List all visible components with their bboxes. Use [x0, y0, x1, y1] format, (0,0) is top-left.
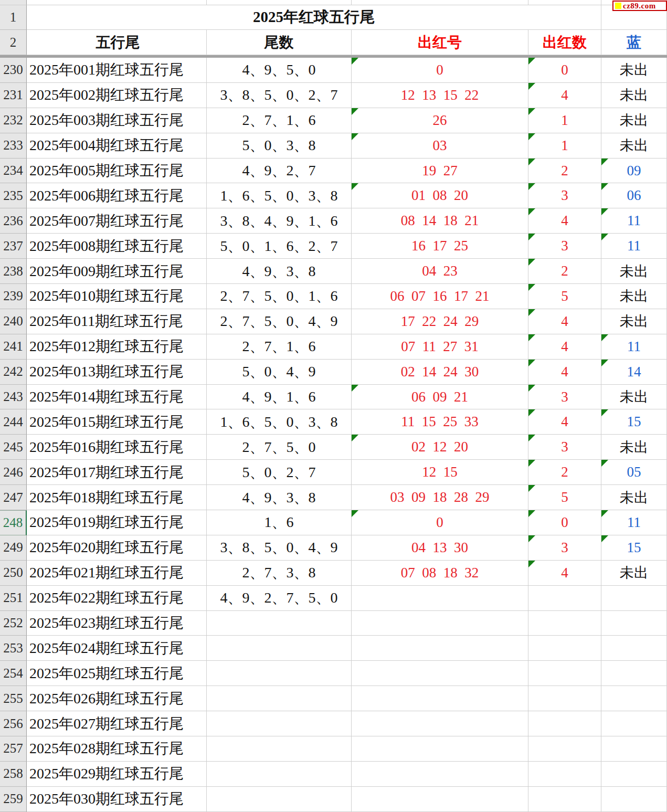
red-numbers-cell[interactable]: [352, 611, 528, 636]
tails-cell[interactable]: 4、9、5、0: [207, 58, 352, 83]
blue-cell[interactable]: [601, 661, 667, 686]
tails-cell[interactable]: 5、0、1、6、2、7: [207, 234, 352, 259]
tails-cell[interactable]: 1、6: [207, 510, 352, 535]
blue-cell[interactable]: 06: [601, 183, 667, 208]
blue-cell[interactable]: 未出: [601, 435, 667, 460]
blue-cell[interactable]: 15: [601, 409, 667, 435]
column-header-chuhongshu[interactable]: 出红数: [528, 30, 601, 55]
blue-cell[interactable]: [601, 736, 667, 762]
period-cell[interactable]: 2025年002期红球五行尾: [27, 83, 207, 108]
period-cell[interactable]: 2025年005期红球五行尾: [27, 159, 207, 184]
blue-cell[interactable]: 11: [601, 510, 667, 535]
red-count-cell[interactable]: 5: [528, 284, 601, 309]
row-header[interactable]: 257: [0, 736, 27, 762]
red-numbers-cell[interactable]: [352, 661, 528, 686]
tails-cell[interactable]: [207, 611, 352, 636]
row-header[interactable]: 243: [0, 385, 27, 410]
blue-cell[interactable]: 15: [601, 535, 667, 561]
tails-cell[interactable]: 3、8、5、0、2、7: [207, 83, 352, 108]
blue-cell[interactable]: [601, 787, 667, 812]
red-numbers-cell[interactable]: [352, 686, 528, 711]
cz89-logo[interactable]: cz89.com: [612, 1, 667, 11]
row-header[interactable]: 231: [0, 83, 27, 108]
red-count-cell[interactable]: 0: [528, 58, 601, 83]
row-header[interactable]: 246: [0, 460, 27, 485]
tails-cell[interactable]: 1、6、5、0、3、8: [207, 409, 352, 435]
row-header[interactable]: 233: [0, 133, 27, 159]
period-cell[interactable]: 2025年016期红球五行尾: [27, 435, 207, 460]
red-numbers-cell[interactable]: [352, 762, 528, 787]
blue-cell[interactable]: [601, 636, 667, 661]
period-cell[interactable]: 2025年022期红球五行尾: [27, 586, 207, 611]
period-cell[interactable]: 2025年003期红球五行尾: [27, 108, 207, 133]
tails-cell[interactable]: 2、7、1、6: [207, 334, 352, 360]
blue-cell[interactable]: [601, 586, 667, 611]
red-count-cell[interactable]: 1: [528, 133, 601, 159]
tails-cell[interactable]: [207, 762, 352, 787]
period-cell[interactable]: 2025年008期红球五行尾: [27, 234, 207, 259]
column-header-weishu[interactable]: 尾数: [207, 30, 352, 55]
red-numbers-cell[interactable]: 06 09 21: [352, 385, 528, 410]
row-header[interactable]: 234: [0, 159, 27, 184]
red-count-cell[interactable]: 0: [528, 510, 601, 535]
column-header-lan[interactable]: 蓝: [601, 30, 667, 55]
sheet-title-cell[interactable]: 2025年红球五行尾: [27, 5, 601, 30]
blue-cell[interactable]: 11: [601, 208, 667, 234]
row-header[interactable]: 251: [0, 586, 27, 611]
tails-cell[interactable]: 4、9、1、6: [207, 385, 352, 410]
red-count-cell[interactable]: [528, 586, 601, 611]
tails-cell[interactable]: 4、9、2、7: [207, 159, 352, 184]
period-cell[interactable]: 2025年011期红球五行尾: [27, 309, 207, 334]
red-numbers-cell[interactable]: 12 13 15 22: [352, 83, 528, 108]
row-header[interactable]: 232: [0, 108, 27, 133]
row-header[interactable]: 240: [0, 309, 27, 334]
row-header[interactable]: 259: [0, 787, 27, 812]
blue-cell[interactable]: 11: [601, 234, 667, 259]
row-header[interactable]: 258: [0, 762, 27, 787]
blue-cell[interactable]: [601, 686, 667, 711]
blue-cell[interactable]: 14: [601, 360, 667, 385]
tails-cell[interactable]: 3、8、5、0、4、9: [207, 535, 352, 561]
red-numbers-cell[interactable]: 0: [352, 510, 528, 535]
period-cell[interactable]: 2025年024期红球五行尾: [27, 636, 207, 661]
red-count-cell[interactable]: 5: [528, 485, 601, 510]
red-numbers-cell[interactable]: 0: [352, 58, 528, 83]
cell[interactable]: [27, 0, 207, 5]
red-count-cell[interactable]: 3: [528, 234, 601, 259]
row-header[interactable]: 247: [0, 485, 27, 510]
red-numbers-cell[interactable]: 19 27: [352, 159, 528, 184]
red-count-cell[interactable]: [528, 661, 601, 686]
red-count-cell[interactable]: 2: [528, 159, 601, 184]
tails-cell[interactable]: 5、0、4、9: [207, 360, 352, 385]
tails-cell[interactable]: 4、9、3、8: [207, 259, 352, 284]
tails-cell[interactable]: 5、0、3、8: [207, 133, 352, 159]
red-count-cell[interactable]: [528, 636, 601, 661]
period-cell[interactable]: 2025年004期红球五行尾: [27, 133, 207, 159]
blue-cell[interactable]: 未出: [601, 485, 667, 510]
red-count-cell[interactable]: 2: [528, 460, 601, 485]
red-numbers-cell[interactable]: 06 07 16 17 21: [352, 284, 528, 309]
period-cell[interactable]: 2025年027期红球五行尾: [27, 711, 207, 736]
red-numbers-cell[interactable]: 26: [352, 108, 528, 133]
red-count-cell[interactable]: [528, 736, 601, 762]
blue-cell[interactable]: 未出: [601, 83, 667, 108]
period-cell[interactable]: 2025年001期红球五行尾: [27, 58, 207, 83]
blue-cell[interactable]: 未出: [601, 133, 667, 159]
row-header[interactable]: 252: [0, 611, 27, 636]
red-count-cell[interactable]: 4: [528, 208, 601, 234]
red-numbers-cell[interactable]: [352, 736, 528, 762]
period-cell[interactable]: 2025年030期红球五行尾: [27, 787, 207, 812]
row-header[interactable]: 245: [0, 435, 27, 460]
period-cell[interactable]: 2025年028期红球五行尾: [27, 736, 207, 762]
period-cell[interactable]: 2025年010期红球五行尾: [27, 284, 207, 309]
red-numbers-cell[interactable]: 07 08 18 32: [352, 561, 528, 586]
tails-cell[interactable]: 5、0、2、7: [207, 460, 352, 485]
tails-cell[interactable]: [207, 787, 352, 812]
row-header[interactable]: 250: [0, 561, 27, 586]
row-header[interactable]: 244: [0, 409, 27, 435]
red-numbers-cell[interactable]: [352, 636, 528, 661]
tails-cell[interactable]: 2、7、5、0、1、6: [207, 284, 352, 309]
row-header[interactable]: 256: [0, 711, 27, 736]
red-count-cell[interactable]: 3: [528, 183, 601, 208]
row-header[interactable]: 2: [0, 30, 27, 55]
